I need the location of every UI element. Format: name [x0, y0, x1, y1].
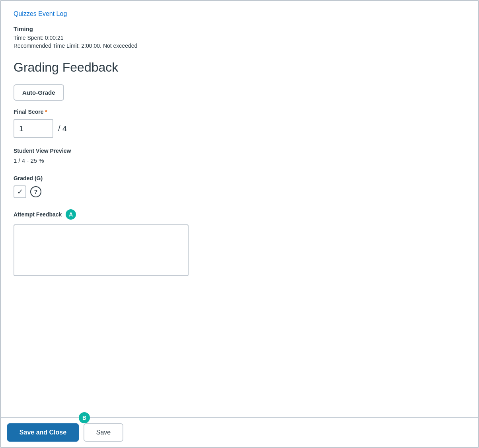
- content-area: Quizzes Event Log Timing Time Spent: 0:0…: [1, 1, 478, 417]
- score-input[interactable]: [14, 119, 53, 138]
- footer-bar: B Save and Close Save: [1, 417, 478, 447]
- auto-grade-button[interactable]: Auto-Grade: [14, 84, 64, 101]
- save-and-close-button[interactable]: Save and Close: [7, 423, 79, 442]
- attempt-feedback-label: Attempt Feedback: [14, 211, 62, 218]
- attempt-feedback-row: Attempt Feedback A: [14, 209, 465, 220]
- main-window: Quizzes Event Log Timing Time Spent: 0:0…: [0, 0, 479, 448]
- graded-checkbox[interactable]: ✓: [14, 185, 26, 198]
- final-score-label: Final Score *: [14, 109, 465, 115]
- graded-label: Graded (G): [14, 175, 465, 181]
- score-max: / 4: [58, 124, 67, 133]
- grading-feedback-heading: Grading Feedback: [14, 60, 465, 75]
- student-view-value: 1 / 4 - 25 %: [14, 157, 465, 164]
- attempt-feedback-textarea[interactable]: [14, 224, 189, 276]
- badge-b: B: [79, 412, 90, 423]
- student-view-label: Student View Preview: [14, 148, 465, 154]
- graded-row: ✓ ?: [14, 185, 465, 198]
- save-button[interactable]: Save: [84, 423, 123, 442]
- checkmark-icon: ✓: [17, 187, 23, 196]
- timing-section: Timing Time Spent: 0:00:21 Recommended T…: [14, 25, 465, 49]
- time-spent: Time Spent: 0:00:21: [14, 35, 465, 41]
- required-star: *: [45, 109, 47, 115]
- badge-a: A: [66, 209, 76, 220]
- quizzes-event-log-link[interactable]: Quizzes Event Log: [14, 10, 67, 18]
- score-row: / 4: [14, 119, 465, 138]
- help-icon[interactable]: ?: [30, 186, 41, 197]
- timing-heading: Timing: [14, 25, 465, 32]
- recommended-limit: Recommended Time Limit: 2:00:00. Not exc…: [14, 43, 465, 49]
